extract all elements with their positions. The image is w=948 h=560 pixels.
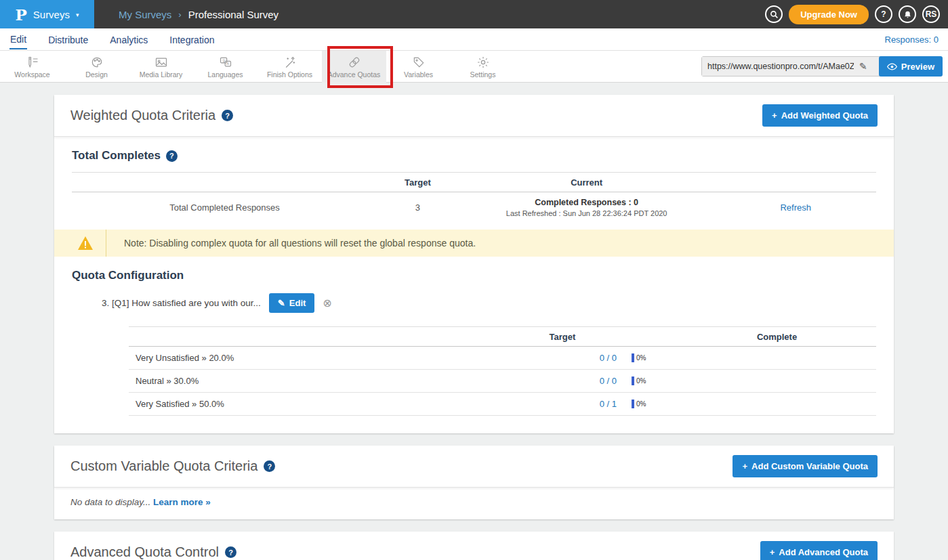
quota-table: Target Complete Very Unsatisfied » 20.0%… — [129, 326, 876, 433]
note-text: Note: Disabling complex quota for all qu… — [124, 238, 476, 249]
percent-value: 0% — [636, 354, 646, 362]
upgrade-now-button[interactable]: Upgrade Now — [789, 5, 869, 24]
survey-url-group: ✎ — [701, 56, 883, 77]
product-name: Surveys — [33, 9, 70, 20]
weighted-help-icon[interactable]: ? — [222, 110, 233, 121]
quota-option-label: Very Unsatisfied » 20.0% — [129, 353, 508, 363]
add-advanced-quota-button[interactable]: + Add Advanced Quota — [760, 541, 878, 560]
help-button[interactable]: ? — [875, 5, 892, 23]
navbar-actions: Upgrade Now ? RS — [765, 0, 940, 28]
main-content: Weighted Quota Criteria ? + Add Weighted… — [0, 83, 948, 560]
toolbar-design[interactable]: Design — [64, 51, 129, 83]
weighted-quota-title: Weighted Quota Criteria ? — [70, 108, 233, 123]
quota-option-label: Very Satisfied » 50.0% — [129, 399, 508, 409]
advanced-quota-header: Advanced Quota Control ? + Add Advanced … — [54, 532, 894, 560]
toolbar-media-library[interactable]: Media Library — [129, 51, 193, 83]
toolbar-variables[interactable]: Variables — [386, 51, 451, 83]
quota-target-value: 0 / 0 — [508, 376, 617, 386]
quota-table-header: Target Complete — [129, 326, 876, 347]
notifications-button[interactable] — [899, 5, 916, 23]
percent-value: 0% — [636, 377, 646, 385]
palette-icon — [89, 56, 104, 69]
custom-variable-help-icon[interactable]: ? — [264, 460, 275, 472]
table-row: Very Unsatisfied » 20.0% 0 / 0 0% — [129, 347, 876, 370]
toolbar-advance-quotas[interactable]: Advance Quotas — [322, 51, 386, 83]
custom-variable-header: Custom Variable Quota Criteria ? + Add C… — [54, 446, 894, 488]
remove-quota-icon[interactable]: ⊗ — [323, 297, 331, 309]
plus-icon: + — [772, 110, 777, 121]
avatar-initials: RS — [926, 9, 937, 19]
plus-icon: + — [742, 461, 747, 471]
percent-value: 0% — [636, 400, 646, 408]
warning-triangle-icon — [77, 236, 94, 251]
total-completes-title: Total Completes ? — [72, 137, 876, 163]
no-data-text: No data to display... — [70, 497, 150, 507]
advanced-quota-help-icon[interactable]: ? — [225, 546, 236, 558]
eye-icon — [887, 63, 897, 70]
tab-analytics[interactable]: Analytics — [109, 30, 148, 49]
total-responses-label: Total Completed Responses — [72, 202, 377, 213]
total-completes-table-header: Target Current — [72, 172, 876, 192]
table-row: Neutral » 30.0% 0 / 0 0% — [129, 370, 876, 393]
toolbar-languages[interactable]: 文A Languages — [193, 51, 257, 83]
svg-text:文: 文 — [222, 58, 226, 62]
preview-button[interactable]: Preview — [879, 56, 943, 77]
add-weighted-quota-button[interactable]: + Add Weighted Quota — [762, 104, 878, 127]
table-row: Total Completed Responses 3 Completed Re… — [72, 192, 876, 227]
tab-integration[interactable]: Integration — [169, 30, 215, 49]
tab-edit[interactable]: Edit — [9, 29, 27, 49]
toolbar-workspace[interactable]: Workspace — [0, 51, 64, 83]
column-target: Target — [377, 177, 458, 188]
tag-icon — [411, 56, 426, 69]
edit-quota-button[interactable]: ✎ Edit — [269, 293, 314, 313]
workspace-icon — [25, 56, 40, 69]
quota-target-value: 0 / 0 — [508, 353, 617, 363]
weighted-quota-card: Weighted Quota Criteria ? + Add Weighted… — [54, 95, 894, 433]
custom-variable-quota-card: Custom Variable Quota Criteria ? + Add C… — [54, 446, 894, 519]
survey-tabbar: Edit Distribute Analytics Integration Re… — [0, 28, 948, 51]
bell-icon — [903, 10, 912, 19]
custom-variable-empty-state: No data to display... Learn more » — [54, 488, 894, 519]
total-completes-help-icon[interactable]: ? — [166, 150, 178, 162]
progress-bar — [632, 376, 634, 385]
column-target: Target — [508, 332, 617, 342]
edit-pencil-icon: ✎ — [278, 298, 285, 308]
last-refreshed-timestamp: Last Refreshed : Sun Jun 28 22:36:24 PDT… — [458, 209, 716, 217]
search-button[interactable] — [765, 5, 783, 23]
question-icon: ? — [881, 9, 886, 19]
breadcrumb-survey-title: Professional Survey — [188, 9, 279, 20]
column-current: Current — [458, 177, 716, 188]
tab-distribute[interactable]: Distribute — [47, 30, 89, 49]
magic-wand-icon — [283, 56, 297, 69]
breadcrumb-my-surveys[interactable]: My Surveys — [119, 9, 171, 20]
progress-bar — [632, 353, 634, 362]
advanced-quota-title: Advanced Quota Control ? — [70, 544, 236, 560]
edit-url-icon[interactable]: ✎ — [859, 61, 872, 72]
toolbar-finish-options[interactable]: Finish Options — [257, 51, 322, 83]
weighted-quota-header: Weighted Quota Criteria ? + Add Weighted… — [54, 95, 894, 137]
quota-question-label: 3. [Q1] How satisfied are you with our..… — [102, 298, 261, 308]
quota-warning-note: Note: Disabling complex quota for all qu… — [54, 230, 894, 257]
gear-icon — [476, 56, 491, 69]
quota-option-label: Neutral » 30.0% — [129, 376, 508, 386]
translate-icon: 文A — [218, 56, 233, 69]
add-custom-variable-quota-button[interactable]: + Add Custom Variable Quota — [733, 455, 878, 477]
avatar[interactable]: RS — [922, 5, 940, 23]
surveys-menu[interactable]: P Surveys ▾ — [0, 0, 94, 28]
target-value: 3 — [377, 202, 458, 213]
survey-url-input[interactable] — [702, 57, 859, 76]
learn-more-link[interactable]: Learn more » — [153, 497, 211, 507]
responses-count[interactable]: Responses: 0 — [885, 35, 939, 45]
questionpro-logo-icon: P — [15, 5, 26, 24]
breadcrumb-separator-icon: › — [178, 9, 181, 20]
table-row: Very Satisfied » 50.0% 0 / 1 0% — [129, 393, 876, 416]
refresh-link[interactable]: Refresh — [780, 202, 811, 213]
quota-target-value: 0 / 1 — [508, 399, 617, 409]
quota-configuration-section: Quota Configuration 3. [Q1] How satisfie… — [54, 257, 894, 433]
svg-text:A: A — [226, 62, 229, 66]
toolbar-settings[interactable]: Settings — [451, 51, 515, 83]
plus-icon: + — [770, 547, 775, 557]
custom-variable-title: Custom Variable Quota Criteria ? — [70, 458, 275, 474]
quota-question-row: 3. [Q1] How satisfied are you with our..… — [102, 293, 876, 313]
breadcrumb: My Surveys › Professional Survey — [119, 9, 279, 20]
